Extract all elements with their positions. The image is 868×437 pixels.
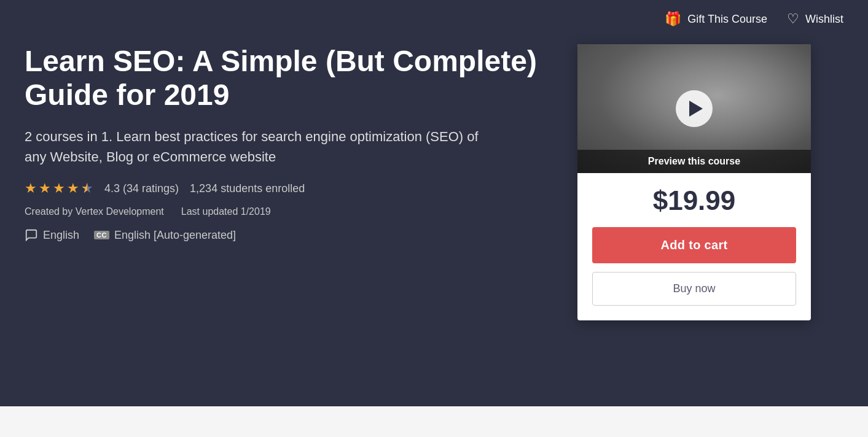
course-price: $19.99: [592, 185, 796, 216]
course-card: Preview this course $19.99 Add to cart B…: [577, 44, 811, 320]
wishlist-button[interactable]: ♡ Wishlist: [787, 11, 843, 27]
language-text: English: [43, 229, 79, 242]
add-to-cart-button[interactable]: Add to cart: [592, 227, 796, 263]
rating-value: 4.3 (34 ratings): [104, 182, 179, 195]
course-info-panel: Learn SEO: A Simple (But Complete) Guide…: [25, 44, 553, 320]
rating-row: ★ ★ ★ ★ 4.3 (34 ratings) 1,234 students …: [25, 180, 541, 196]
star-1: ★: [25, 180, 37, 196]
star-4: ★: [67, 180, 79, 196]
students-enrolled: 1,234 students enrolled: [190, 182, 305, 195]
buy-now-button[interactable]: Buy now: [592, 272, 796, 306]
gift-course-label: Gift This Course: [687, 13, 767, 26]
language-item: English: [25, 228, 79, 242]
top-bar: 🎁 Gift This Course ♡ Wishlist: [0, 0, 868, 38]
cc-language-text: English [Auto-generated]: [114, 229, 236, 242]
wishlist-label: Wishlist: [805, 13, 843, 26]
created-by: Created by Vertex Development: [25, 206, 164, 217]
bottom-bar: [0, 406, 868, 437]
heart-icon: ♡: [787, 11, 799, 27]
language-row: English CC English [Auto-generated]: [25, 228, 541, 242]
speech-bubble-icon: [25, 228, 38, 242]
gift-icon: 🎁: [665, 11, 681, 27]
star-rating: ★ ★ ★ ★: [25, 180, 93, 196]
main-content: Learn SEO: A Simple (But Complete) Guide…: [0, 38, 868, 345]
preview-thumbnail[interactable]: Preview this course: [577, 44, 811, 173]
preview-label: Preview this course: [577, 150, 811, 173]
star-5-half: [81, 180, 93, 196]
gift-course-button[interactable]: 🎁 Gift This Course: [665, 11, 767, 27]
star-2: ★: [39, 180, 51, 196]
last-updated: Last updated 1/2019: [181, 206, 271, 217]
meta-row: Created by Vertex Development Last updat…: [25, 206, 541, 217]
card-body: $19.99 Add to cart Buy now: [577, 173, 811, 320]
course-subtitle: 2 courses in 1. Learn best practices for…: [25, 126, 479, 167]
cc-language-item: CC English [Auto-generated]: [94, 229, 236, 242]
cc-badge: CC: [94, 231, 109, 239]
course-title: Learn SEO: A Simple (But Complete) Guide…: [25, 44, 541, 112]
play-button[interactable]: [676, 90, 713, 127]
course-card-panel: Preview this course $19.99 Add to cart B…: [577, 44, 811, 320]
play-triangle-icon: [689, 101, 703, 117]
star-3: ★: [53, 180, 65, 196]
